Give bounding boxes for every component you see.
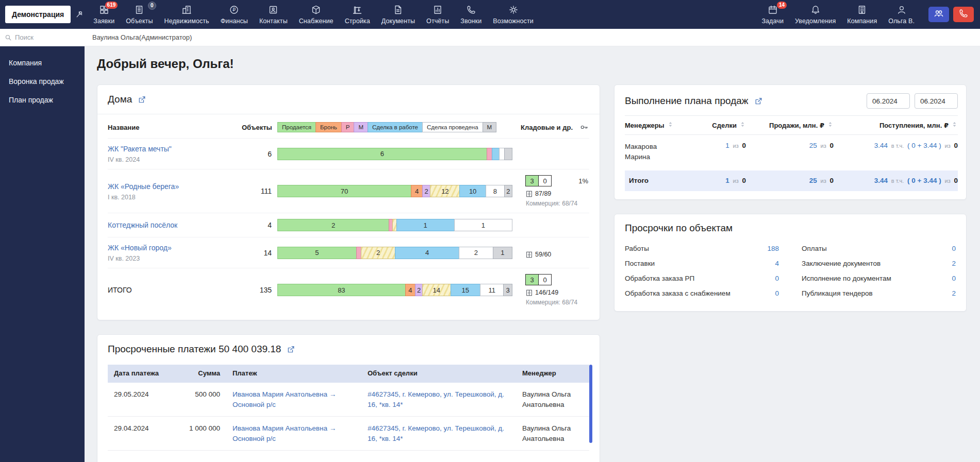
bar-segment-green[interactable]: 2: [277, 219, 389, 231]
deal-object-link[interactable]: #4627345, г. Кемерово, ул. Терешковой, д…: [368, 424, 504, 442]
phone-button[interactable]: [953, 7, 974, 22]
plan-receipts-value[interactable]: 3.44 в т.ч. ( 0 + 3.44 ) из 0: [834, 142, 958, 149]
house-name-link[interactable]: ЖК «Родные берега»: [108, 182, 179, 191]
house-name-link[interactable]: Коттеджный посёлок: [108, 220, 177, 230]
overdue-item-value[interactable]: 188: [767, 245, 779, 252]
payment-link[interactable]: Иванова Мария Анатольевна → Основной р/с: [232, 424, 336, 442]
nav-item-label: Документы: [381, 18, 415, 25]
bar-segment-orange[interactable]: 4: [405, 284, 416, 296]
bar-segment-blue[interactable]: 1: [396, 219, 455, 231]
bar-segment-white[interactable]: 8: [486, 185, 505, 197]
bar-segment-purple[interactable]: 2: [415, 284, 423, 296]
nav-item-reports[interactable]: Отчёты: [421, 0, 455, 29]
overdue-item-value[interactable]: 0: [775, 289, 779, 297]
date-to-input[interactable]: [915, 93, 958, 109]
bar-segment-stripe[interactable]: 2: [361, 247, 395, 259]
nav-item-finance[interactable]: ₽Финансы: [215, 0, 254, 29]
search-input[interactable]: [15, 33, 80, 41]
scrollbar-thumb[interactable]: [589, 365, 592, 443]
external-link-icon[interactable]: [287, 346, 295, 353]
nav-item-label: Возможности: [493, 18, 534, 25]
bar-segment-blue[interactable]: 10: [459, 185, 486, 197]
pin-icon[interactable]: [75, 10, 84, 19]
bar-segment-green[interactable]: 5: [277, 247, 357, 259]
plan-col-header[interactable]: Менеджеры: [625, 121, 697, 129]
storage-icon: [526, 251, 533, 258]
external-link-icon[interactable]: [138, 96, 146, 104]
overdue-col-left: Работы188Поставки4Обработка заказа РП0Об…: [625, 241, 779, 301]
keys-icon[interactable]: [580, 123, 588, 131]
nav-item-construction[interactable]: Стройка: [339, 0, 376, 29]
bar-segment-green[interactable]: 83: [277, 284, 406, 296]
nav-item-label: Звонки: [460, 18, 481, 25]
demo-button[interactable]: Демонстрация: [5, 6, 71, 23]
plan-col-header[interactable]: Сделки: [697, 121, 746, 129]
house-objects-count: 4: [242, 221, 278, 229]
house-name-link[interactable]: ЖК "Ракета мечты": [108, 144, 172, 153]
nav-item-user[interactable]: Ольга В.: [883, 0, 920, 29]
bar-segment-gray[interactable]: 1: [493, 247, 512, 259]
overdue-item: Работы188: [625, 241, 779, 256]
overdue-item-value[interactable]: 2: [952, 289, 956, 297]
bar-segment-green[interactable]: 70: [277, 185, 411, 197]
bar-segment-gray[interactable]: 2: [504, 185, 512, 197]
house-side-info: 1%3087/89Коммерция: 68/74: [512, 175, 589, 207]
bar-segment-stripe[interactable]: 14: [422, 284, 451, 296]
nav-item-realty[interactable]: Недвижимость: [159, 0, 215, 29]
sidebar-item-1[interactable]: Компания: [0, 54, 85, 72]
users-button[interactable]: [928, 7, 949, 22]
value-part: 1: [725, 177, 729, 184]
house-name-link[interactable]: ЖК «Новый город»: [108, 243, 172, 252]
plan-col-header[interactable]: Продажи, млн. ₽: [746, 121, 834, 129]
external-link-icon[interactable]: [755, 97, 762, 105]
houses-col-name: Название: [108, 124, 242, 131]
bar-segment-gray[interactable]: 3: [503, 284, 512, 296]
overdue-item-label: Работы: [625, 245, 649, 252]
overdue-item-value[interactable]: 2: [952, 260, 956, 267]
nav-item-requests[interactable]: 619Заявки: [88, 0, 120, 29]
nav-item-features[interactable]: Возможности: [487, 0, 539, 29]
nav-item-objects[interactable]: 0Объекты: [120, 0, 158, 29]
bar-segment-white[interactable]: 11: [480, 284, 504, 296]
bar-segment-gray[interactable]: [504, 148, 512, 160]
bar-segment-purple[interactable]: 2: [422, 185, 430, 197]
deal-object-link[interactable]: #4627345, г. Кемерово, ул. Терешковой, д…: [368, 390, 504, 408]
plan-deals-value[interactable]: 1 из 0: [697, 177, 746, 184]
bar-segment-blue[interactable]: 4: [395, 247, 459, 259]
nav-item-company[interactable]: Компания: [841, 0, 883, 29]
overdue-item-label: Поставки: [625, 260, 655, 267]
bar-segment-blue[interactable]: 15: [451, 284, 480, 296]
bar-segment-stripe[interactable]: 12: [430, 185, 460, 197]
date-from-input[interactable]: [867, 93, 910, 109]
house-date: IV кв. 2023: [108, 255, 242, 262]
payment-link[interactable]: Иванова Мария Анатольевна → Основной р/с: [232, 390, 336, 408]
plan-deals-value[interactable]: 1 из 0: [697, 142, 746, 149]
overdue-item-value[interactable]: 0: [775, 275, 779, 282]
bar-segment-white[interactable]: 1: [454, 219, 512, 231]
bar-segment-orange[interactable]: 4: [411, 185, 423, 197]
payments-table: Дата платежаСуммаПлатежОбъект сделкиМене…: [108, 365, 589, 451]
house-name-cell: ИТОГО: [108, 286, 242, 294]
sort-icon: [827, 121, 834, 129]
plan-sales-value[interactable]: 25 из 0: [746, 177, 834, 184]
nav-item-documents[interactable]: Документы: [376, 0, 421, 29]
nav-item-tasks[interactable]: 14Задачи: [756, 0, 789, 29]
house-status-bar: 7042121082: [278, 185, 512, 197]
overdue-item-value[interactable]: 0: [952, 275, 956, 282]
bar-segment-white[interactable]: 2: [459, 247, 493, 259]
plan-col-header[interactable]: Поступления, млн. ₽: [834, 121, 958, 129]
houses-legend: ПродаетсяБроньРМСделка в работеСделка пр…: [278, 122, 512, 132]
bar-segment-blue[interactable]: [492, 148, 500, 160]
bar-segment-green[interactable]: 6: [277, 148, 487, 160]
sidebar-item-3[interactable]: План продаж: [0, 91, 85, 109]
nav-item-contacts[interactable]: Контакты: [254, 0, 293, 29]
sidebar-item-2[interactable]: Воронка продаж: [0, 72, 85, 91]
nav-item-calls[interactable]: Звонки: [455, 0, 487, 29]
plan-sales-value[interactable]: 25 из 0: [746, 142, 834, 149]
overdue-item-value[interactable]: 0: [952, 245, 956, 252]
nav-item-label: Стройка: [345, 18, 370, 25]
plan-receipts-value[interactable]: 3.44 в т.ч. ( 0 + 3.44 ) из 0: [834, 177, 958, 184]
nav-item-notifications[interactable]: Уведомления: [789, 0, 841, 29]
overdue-item-value[interactable]: 4: [775, 260, 779, 267]
nav-item-supply[interactable]: Снабжение: [293, 0, 339, 29]
